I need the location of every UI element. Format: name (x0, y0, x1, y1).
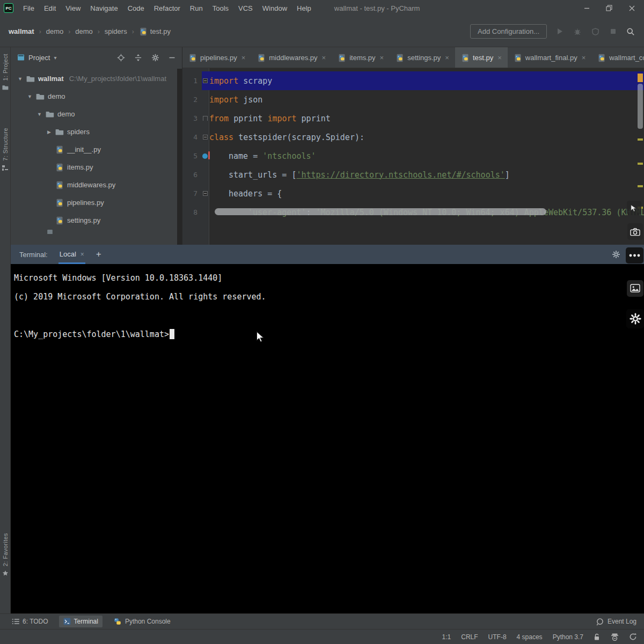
overlay-camera-button[interactable] (627, 223, 643, 240)
close-icon[interactable]: × (80, 251, 84, 258)
breadcrumb-file[interactable]: test.py (139, 27, 171, 36)
code-line-4[interactable]: 4 class testspider(scrapy.Spider): (182, 128, 644, 147)
python-console-button[interactable]: Python Console (109, 615, 175, 628)
overlay-gallery-button[interactable] (627, 280, 643, 297)
fold-marker-icon[interactable] (201, 135, 209, 140)
menu-refactor[interactable]: Refactor (149, 4, 185, 12)
tree-item-pipelines-py[interactable]: pipelines.py (11, 194, 177, 211)
menu-tools[interactable]: Tools (208, 4, 233, 12)
breadcrumb-spiders[interactable]: spiders (105, 27, 127, 35)
gear-icon[interactable] (612, 250, 620, 259)
new-session-button[interactable]: + (96, 249, 101, 260)
error-stripe-mark[interactable] (638, 74, 643, 82)
close-button[interactable] (620, 0, 643, 16)
overlay-settings-button[interactable] (626, 309, 644, 328)
locate-file-icon[interactable] (117, 54, 125, 62)
lock-icon[interactable] (594, 633, 601, 641)
tab-pipelines-py[interactable]: pipelines.py × (182, 47, 251, 68)
tree-item-init-py[interactable]: __init__.py (11, 141, 177, 158)
overlay-more-button[interactable] (626, 247, 643, 264)
inspection-profile-icon[interactable] (611, 633, 619, 641)
warning-stripe-mark[interactable] (638, 138, 643, 141)
close-icon[interactable]: × (322, 54, 326, 62)
code-line-1[interactable]: 1 import scrapy (182, 71, 644, 90)
chevron-down-icon[interactable]: ▾ (54, 55, 56, 61)
breadcrumb-demo1[interactable]: demo (46, 27, 64, 35)
code-line-2[interactable]: 2 import json (182, 90, 644, 109)
todo-button[interactable]: 6: TODO (8, 616, 53, 627)
collapse-all-icon[interactable] (134, 54, 142, 62)
gear-icon[interactable] (151, 54, 159, 62)
fold-marker-icon[interactable] (201, 78, 209, 83)
tree-item-settings-py[interactable]: settings.py (11, 211, 177, 229)
fold-marker-icon[interactable] (201, 116, 209, 121)
tree-item-items-py[interactable]: items.py (11, 158, 177, 176)
close-icon[interactable]: × (380, 54, 384, 62)
chevron-collapsed-icon[interactable]: ▶ (46, 129, 52, 135)
tree-item-spiders[interactable]: ▶ spiders (11, 123, 177, 141)
line-ending[interactable]: CRLF (461, 633, 478, 641)
tab-settings-py[interactable]: settings.py × (390, 47, 455, 68)
menu-edit[interactable]: Edit (39, 4, 61, 12)
chevron-expanded-icon[interactable]: ▼ (27, 94, 33, 99)
close-icon[interactable]: × (445, 54, 449, 62)
code-editor[interactable]: 1 import scrapy 2 import json 3 from ppr… (182, 68, 644, 245)
code-line-5[interactable]: 5 name = 'ntschools' (182, 147, 644, 165)
menu-navigate[interactable]: Navigate (85, 4, 122, 12)
stop-icon[interactable] (608, 27, 618, 36)
tab-test-py[interactable]: test.py × (455, 47, 508, 68)
search-everywhere-icon[interactable] (626, 27, 635, 36)
tree-item-demo[interactable]: ▼ demo (11, 87, 177, 105)
interpreter[interactable]: Python 3.7 (553, 633, 583, 641)
tab-wallmart-code-py[interactable]: wallmart_code.py × (591, 47, 644, 68)
menu-file[interactable]: File (18, 4, 39, 12)
tab-wallmart-final-py[interactable]: wallmart_final.py × (508, 47, 591, 68)
indent-setting[interactable]: 4 spaces (517, 633, 543, 641)
menu-window[interactable]: Window (258, 4, 292, 12)
coverage-icon[interactable] (590, 27, 600, 36)
terminal-button[interactable]: Terminal (59, 616, 103, 627)
menu-view[interactable]: View (61, 4, 85, 12)
tree-item-demo-inner[interactable]: ▼ demo (11, 105, 177, 123)
breadcrumb-demo2[interactable]: demo (75, 27, 93, 35)
stripe-button-structure[interactable]: 7: Structure (0, 128, 11, 171)
restore-button[interactable] (598, 0, 620, 16)
add-configuration-button[interactable]: Add Configuration... (470, 24, 547, 39)
tree-item-middlewares-py[interactable]: middlewares.py (11, 176, 177, 194)
code-line-6[interactable]: 6 start_urls = ['https://directory.ntsch… (182, 165, 644, 184)
close-icon[interactable]: × (241, 54, 246, 62)
menu-run[interactable]: Run (185, 4, 208, 12)
file-encoding[interactable]: UTF-8 (488, 633, 507, 641)
warning-stripe-mark[interactable] (638, 185, 643, 187)
vertical-scrollbar[interactable] (638, 84, 643, 129)
run-gutter-icon[interactable] (201, 153, 209, 159)
tab-items-py[interactable]: items.py × (332, 47, 390, 68)
url-link[interactable]: 'https://directory.ntschools.net/#/schoo… (296, 170, 504, 180)
tree-item-clipped[interactable] (11, 229, 177, 234)
project-scrollbar[interactable] (177, 69, 182, 245)
menu-code[interactable]: Code (123, 4, 149, 12)
tab-middlewares-py[interactable]: middlewares.py × (251, 47, 332, 68)
breadcrumb-project[interactable]: wallmat (9, 27, 34, 35)
hide-panel-icon[interactable] (169, 54, 175, 61)
minimize-button[interactable] (575, 0, 598, 16)
project-panel-title[interactable]: Project (28, 54, 50, 62)
debug-icon[interactable] (573, 27, 582, 36)
code-line-7[interactable]: 7 headers = { (182, 184, 644, 203)
overlay-pin-button[interactable] (627, 201, 641, 215)
terminal-prompt[interactable]: C:\My_projects\folder\1\wallmat> (14, 325, 644, 343)
menu-help[interactable]: Help (292, 4, 316, 12)
stripe-button-project[interactable]: 1: Project (0, 54, 11, 91)
warning-stripe-mark[interactable] (638, 163, 643, 165)
sync-icon[interactable] (629, 633, 637, 641)
code-line-3[interactable]: 3 from pprint import pprint (182, 109, 644, 128)
terminal-tab-local[interactable]: Local × (58, 245, 85, 264)
chevron-expanded-icon[interactable]: ▼ (17, 76, 23, 82)
terminal-output[interactable]: Microsoft Windows [Version 10.0.18363.14… (11, 264, 644, 613)
chevron-expanded-icon[interactable]: ▼ (36, 112, 42, 117)
tree-item-wallmat-root[interactable]: ▼ wallmat C:\My_projects\folder\1\wallma… (11, 70, 177, 87)
close-icon[interactable]: × (497, 54, 502, 62)
menu-vcs[interactable]: VCS (233, 4, 258, 12)
horizontal-scrollbar[interactable] (215, 208, 546, 215)
caret-position[interactable]: 1:1 (442, 633, 451, 641)
